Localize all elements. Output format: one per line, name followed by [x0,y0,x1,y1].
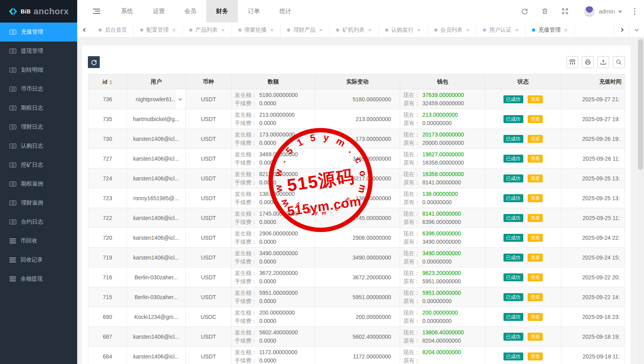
top-nav-item[interactable]: 统计 [270,0,301,23]
top-nav-item[interactable]: 财务 [206,0,238,23]
sidebar-item[interactable]: 提现管理 [0,42,77,61]
top-nav-item-label: 运营 [153,8,165,15]
amount-label: 发生额： [235,150,257,159]
tab-label: 认购发行 [391,27,414,34]
view-button[interactable]: 查看 [528,353,543,360]
tab[interactable]: 充值管理 × [526,23,575,37]
search-button[interactable] [613,56,625,68]
table-refresh-button[interactable] [88,56,100,68]
view-button[interactable]: 查看 [528,194,543,202]
tabs-scroll-left-button[interactable] [77,23,92,37]
top-nav-item[interactable]: 会员 [175,0,206,23]
tab[interactable]: 会员列表 × [428,23,477,37]
cell-coin: USDT [186,149,232,169]
brand-name-bold: BiB [21,8,31,15]
tab[interactable]: 弹窗轮播 × [232,23,281,37]
sidebar-item[interactable]: 币币日志 [0,80,77,99]
view-button[interactable]: 查看 [528,115,543,123]
header-amount: 数额 [232,74,315,89]
tab-label: 后台首页 [105,27,127,34]
search-icon [616,59,622,65]
cell-wallet: 现在：3490.00000000 原有：0.00000000 [400,248,485,267]
cell-change: 8217.00000000 [315,169,400,188]
view-button[interactable]: 查看 [528,234,543,242]
username-label[interactable]: admin [599,8,615,15]
refresh-icon [521,8,528,15]
top-nav-item[interactable]: 订单 [238,0,270,23]
tabs-scroll-right-button[interactable] [614,23,629,37]
view-button[interactable]: 查看 [528,293,543,301]
tab[interactable]: 理财产品 × [281,23,330,37]
sidebar-item[interactable]: 理财返佣 [0,193,77,212]
tab[interactable]: 配置管理 × [134,23,183,37]
sidebar-item[interactable]: 挖矿日志 [0,155,77,174]
fee-value: 0.0000 [259,277,276,286]
clear-cache-button[interactable] [535,8,555,15]
user-menu-caret-icon[interactable] [618,11,622,13]
sidebar-item-label: 币币日志 [21,85,43,93]
user-expand-button[interactable] [175,89,185,109]
tab-close-icon[interactable]: × [270,27,274,33]
cell-amount: 发生额：173.00000000 手续费：0.0000 [232,129,315,149]
sort-icon[interactable] [109,80,112,85]
fullscreen-button[interactable] [555,8,575,15]
tab[interactable]: 矿机列表 × [330,23,379,37]
sidebar-item[interactable]: 认购日志 [0,136,77,155]
more-menu-button[interactable] [633,6,637,16]
tab-close-icon[interactable]: × [515,27,519,33]
sidebar-item[interactable]: 合约日志 [0,212,77,231]
scrollbar-thumb[interactable] [638,39,643,170]
sidebar-item[interactable]: 回收记录 [0,250,77,269]
amount-value: 5602.40000000 [259,328,298,337]
sidebar-item[interactable]: 期权日志 [0,99,77,118]
view-button[interactable]: 查看 [528,214,543,222]
cell-user: karsten1406@icl... [127,129,186,149]
cell-status: 已成功 查看 [485,169,561,188]
tabs-menu-button[interactable] [629,23,644,37]
view-button[interactable]: 查看 [528,174,543,182]
tab-close-icon[interactable]: × [466,27,470,33]
tab-close-icon[interactable]: × [564,27,568,33]
fee-label: 手续费： [235,178,257,187]
sidebar-toggle-button[interactable] [77,0,111,23]
tab-close-icon[interactable]: × [172,27,176,33]
tab-dot-icon [99,28,102,32]
table-row: 719 karsten1406@icl... USDT 发生额：3490.000… [88,248,625,267]
tab[interactable]: 后台首页 [92,23,134,37]
sidebar-item[interactable]: 期权返佣 [0,174,77,193]
refresh-button[interactable] [515,8,535,15]
view-button[interactable]: 查看 [528,155,543,163]
view-button[interactable]: 查看 [528,333,543,341]
view-button[interactable]: 查看 [528,135,543,143]
amount-label: 发生额： [235,269,257,277]
view-button[interactable]: 查看 [528,313,543,321]
sidebar-item[interactable]: 余额提现 [0,269,77,288]
sidebar-item[interactable]: 划转明细 [0,61,77,80]
tab-close-icon[interactable]: × [221,27,225,33]
sidebar-item[interactable]: 理财日志 [0,118,77,136]
tab-close-icon[interactable]: × [368,27,372,33]
header-id[interactable]: id [88,74,127,89]
view-button[interactable]: 查看 [528,254,543,262]
tab[interactable]: 用户认证 × [477,23,526,37]
tab-close-icon[interactable]: × [417,27,421,33]
view-button[interactable]: 查看 [528,273,543,281]
wallet-was-value: 16358.00000000 [422,159,464,167]
top-nav-item[interactable]: 系统 [111,0,143,23]
vertical-scrollbar[interactable] [637,38,644,364]
top-nav-item[interactable]: 运营 [143,0,175,23]
print-button[interactable] [582,56,594,68]
user-avatar[interactable] [584,6,595,17]
sidebar-item[interactable]: 币回收 [0,231,77,250]
sidebar-item-label: 期权返佣 [21,180,43,188]
chevron-right-icon [620,28,624,32]
sidebar-item-label: 充值管理 [21,28,43,36]
view-button[interactable]: 查看 [528,95,543,103]
tab[interactable]: 产品列表 × [183,23,232,37]
tab-close-icon[interactable]: × [319,27,323,33]
sidebar-item[interactable]: 充值管理 [0,23,77,42]
cell-wallet: 现在：13806.40000000 原有：8204.00000000 [400,327,485,347]
export-button[interactable] [597,56,609,68]
columns-filter-button[interactable] [566,56,578,68]
tab[interactable]: 认购发行 × [379,23,428,37]
